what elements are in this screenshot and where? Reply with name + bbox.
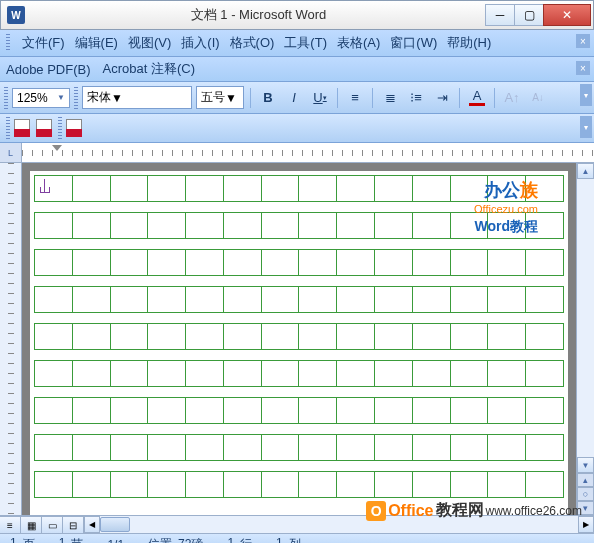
grid-table[interactable]	[34, 471, 564, 498]
watermark-office26: O Office教程网 www.office26.com	[366, 500, 582, 521]
scroll-track[interactable]	[577, 179, 594, 457]
grid-table[interactable]	[34, 360, 564, 387]
zoom-select[interactable]: 125%▼	[12, 88, 70, 108]
numbered-list-button[interactable]: ≣	[379, 87, 401, 109]
scroll-up-button[interactable]: ▲	[577, 163, 594, 179]
scroll-thumb[interactable]	[100, 517, 130, 532]
dropdown-icon: ▼	[57, 93, 65, 102]
size-value: 五号	[201, 89, 225, 106]
web-view-button[interactable]: ▦	[20, 516, 42, 534]
grid-table[interactable]	[34, 397, 564, 424]
normal-view-button[interactable]: ≡	[0, 516, 21, 534]
menu2-close-icon[interactable]: ×	[576, 61, 590, 75]
pdf-icon-1[interactable]	[14, 119, 32, 137]
status-line: 1行	[227, 536, 252, 543]
menu-view[interactable]: 视图(V)	[128, 34, 171, 52]
pdf-icon-3[interactable]	[66, 119, 84, 137]
grid-table[interactable]	[34, 249, 564, 276]
view-buttons: ≡ ▦ ▭ ⊟	[0, 516, 84, 533]
outline-view-button[interactable]: ⊟	[62, 516, 84, 534]
menu-grip[interactable]	[6, 34, 10, 52]
zoom-value: 125%	[17, 91, 48, 105]
shrink-font-button[interactable]: A↓	[527, 87, 549, 109]
ruler-marks	[22, 143, 594, 162]
minimize-button[interactable]: ─	[485, 4, 515, 26]
menu-close-icon[interactable]: ×	[576, 34, 590, 48]
print-view-button[interactable]: ▭	[41, 516, 63, 534]
word-app-icon: W	[7, 6, 25, 24]
toolbar-overflow-icon[interactable]: ▾	[580, 116, 592, 138]
status-bar: 1页 1节 1/1 位置72磅 1行 1列	[0, 533, 594, 543]
menu-acrobat[interactable]: Acrobat 注释(C)	[103, 60, 195, 78]
pdf-icon-2[interactable]	[36, 119, 54, 137]
color-strip	[469, 103, 485, 106]
menu-tools[interactable]: 工具(T)	[284, 34, 327, 52]
dropdown-icon: ▼	[111, 91, 123, 105]
status-position: 位置72磅	[148, 536, 203, 543]
toolbar-grip-2[interactable]	[74, 87, 78, 109]
document-area[interactable]: 办公族 Officezu.com Word教程	[22, 163, 576, 515]
select-browse-button[interactable]: ○	[577, 487, 594, 501]
scroll-down-button[interactable]: ▼	[577, 457, 594, 473]
office-cube-icon: O	[366, 501, 386, 521]
window-controls: ─ ▢ ✕	[486, 4, 591, 26]
menu-insert[interactable]: 插入(I)	[181, 34, 219, 52]
status-column: 1列	[276, 536, 301, 543]
bold-button[interactable]: B	[257, 87, 279, 109]
status-pages: 1/1	[107, 538, 124, 544]
indent-marker-icon[interactable]	[52, 145, 62, 151]
document-container: 办公族 Officezu.com Word教程 ▲ ▼	[0, 163, 594, 515]
indent-button[interactable]: ⇥	[431, 87, 453, 109]
font-size-select[interactable]: 五号▼	[196, 86, 244, 109]
dropdown-icon: ▼	[225, 91, 237, 105]
align-justify-button[interactable]: ≡	[344, 87, 366, 109]
menu-bar: 文件(F) 编辑(E) 视图(V) 插入(I) 格式(O) 工具(T) 表格(A…	[0, 30, 594, 57]
menu-adobe-pdf[interactable]: Adobe PDF(B)	[6, 62, 91, 77]
menu-edit[interactable]: 编辑(E)	[75, 34, 118, 52]
menu-format[interactable]: 格式(O)	[230, 34, 275, 52]
separator	[372, 88, 373, 108]
watermark-officezu: 办公族 Officezu.com Word教程	[474, 179, 538, 235]
font-value: 宋体	[87, 89, 111, 106]
toolbar-grip-3[interactable]	[6, 117, 10, 139]
menu-window[interactable]: 窗口(W)	[390, 34, 437, 52]
italic-button[interactable]: I	[283, 87, 305, 109]
formatting-toolbar: 125%▼ 宋体▼ 五号▼ B I U▾ ≡ ≣ ⁝≡ ⇥ A A↑ A↓ ▾	[0, 82, 594, 114]
menu-table[interactable]: 表格(A)	[337, 34, 380, 52]
ruler-corner[interactable]: L	[0, 143, 22, 163]
maximize-button[interactable]: ▢	[514, 4, 544, 26]
menu-help[interactable]: 帮助(H)	[447, 34, 491, 52]
page[interactable]: 办公族 Officezu.com Word教程	[30, 171, 568, 515]
grid-table[interactable]	[34, 434, 564, 461]
font-color-button[interactable]: A	[466, 87, 488, 109]
font-select[interactable]: 宋体▼	[82, 86, 192, 109]
pdf-toolbar: ▾	[0, 114, 594, 143]
dropdown-icon: ▾	[323, 94, 327, 102]
text-cursor-icon	[40, 179, 48, 193]
separator	[250, 88, 251, 108]
separator	[337, 88, 338, 108]
grow-font-button[interactable]: A↑	[501, 87, 523, 109]
scroll-left-button[interactable]: ◀	[84, 516, 100, 533]
vertical-ruler[interactable]	[0, 163, 22, 515]
toolbar-overflow-icon[interactable]: ▾	[580, 84, 592, 106]
close-button[interactable]: ✕	[543, 4, 591, 26]
separator	[459, 88, 460, 108]
grid-table[interactable]	[34, 286, 564, 313]
vertical-scrollbar[interactable]: ▲ ▼ ▴ ○ ▾	[576, 163, 594, 515]
status-section: 1节	[59, 536, 84, 543]
toolbar-grip[interactable]	[4, 87, 8, 109]
underline-button[interactable]: U▾	[309, 87, 331, 109]
status-page: 1页	[10, 536, 35, 543]
menu-bar-2: Adobe PDF(B) Acrobat 注释(C) ×	[0, 57, 594, 82]
titlebar: W 文档 1 - Microsoft Word ─ ▢ ✕	[0, 0, 594, 30]
horizontal-ruler[interactable]: L	[0, 143, 594, 163]
bulleted-list-button[interactable]: ⁝≡	[405, 87, 427, 109]
grid-table[interactable]	[34, 323, 564, 350]
toolbar-grip-4[interactable]	[58, 117, 62, 139]
separator	[494, 88, 495, 108]
menu-file[interactable]: 文件(F)	[22, 34, 65, 52]
window-title: 文档 1 - Microsoft Word	[31, 6, 486, 24]
prev-page-button[interactable]: ▴	[577, 473, 594, 487]
